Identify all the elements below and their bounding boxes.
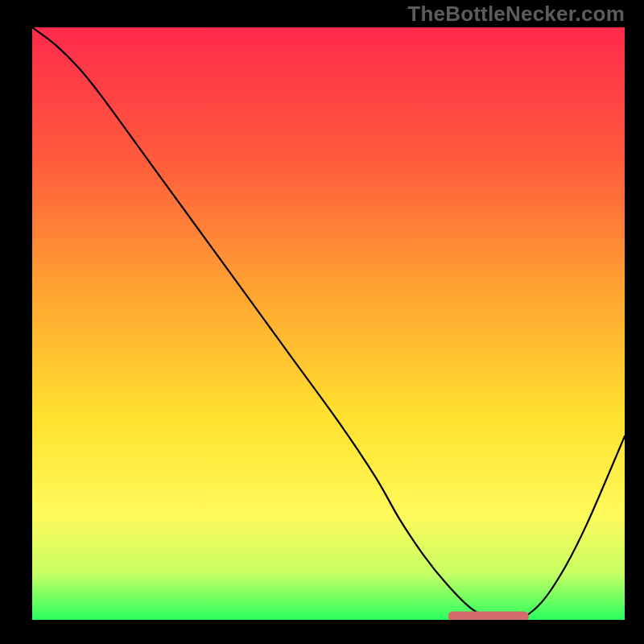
- watermark-text: TheBottleNecker.com: [407, 2, 625, 27]
- chart-frame: TheBottleNecker.com: [0, 0, 644, 644]
- gradient-plot-area: [32, 27, 625, 620]
- bottleneck-chart: [0, 0, 644, 644]
